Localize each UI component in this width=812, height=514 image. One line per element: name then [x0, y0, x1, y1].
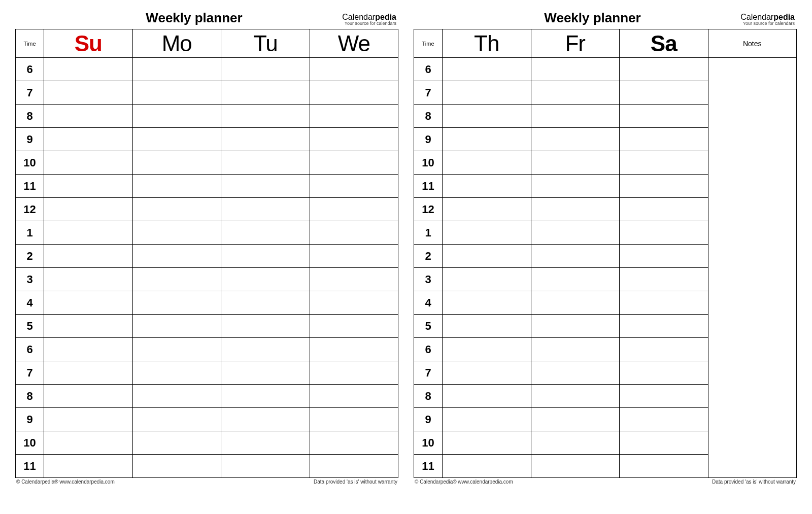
slot-cell[interactable] — [44, 315, 133, 338]
slot-cell[interactable] — [531, 268, 620, 291]
slot-cell[interactable] — [531, 291, 620, 315]
slot-cell[interactable] — [132, 385, 221, 408]
slot-cell[interactable] — [531, 81, 620, 105]
slot-cell[interactable] — [443, 81, 531, 105]
slot-cell[interactable] — [620, 315, 708, 338]
slot-cell[interactable] — [221, 338, 310, 361]
slot-cell[interactable] — [310, 198, 398, 221]
slot-cell[interactable] — [620, 268, 708, 291]
slot-cell[interactable] — [310, 385, 398, 408]
slot-cell[interactable] — [132, 408, 221, 431]
slot-cell[interactable] — [132, 291, 221, 315]
slot-cell[interactable] — [132, 105, 221, 128]
slot-cell[interactable] — [221, 81, 310, 105]
slot-cell[interactable] — [310, 315, 398, 338]
slot-cell[interactable] — [531, 385, 620, 408]
slot-cell[interactable] — [44, 431, 133, 455]
slot-cell[interactable] — [443, 175, 531, 198]
slot-cell[interactable] — [132, 58, 221, 81]
slot-cell[interactable] — [132, 338, 221, 361]
slot-cell[interactable] — [221, 221, 310, 245]
slot-cell[interactable] — [620, 291, 708, 315]
slot-cell[interactable] — [221, 175, 310, 198]
slot-cell[interactable] — [310, 455, 398, 478]
slot-cell[interactable] — [531, 245, 620, 268]
slot-cell[interactable] — [221, 361, 310, 385]
slot-cell[interactable] — [221, 268, 310, 291]
slot-cell[interactable] — [443, 361, 531, 385]
slot-cell[interactable] — [443, 431, 531, 455]
slot-cell[interactable] — [44, 175, 133, 198]
slot-cell[interactable] — [620, 408, 708, 431]
slot-cell[interactable] — [44, 455, 133, 478]
slot-cell[interactable] — [221, 315, 310, 338]
slot-cell[interactable] — [443, 198, 531, 221]
slot-cell[interactable] — [620, 431, 708, 455]
slot-cell[interactable] — [221, 408, 310, 431]
slot-cell[interactable] — [310, 431, 398, 455]
slot-cell[interactable] — [310, 408, 398, 431]
slot-cell[interactable] — [443, 268, 531, 291]
slot-cell[interactable] — [132, 81, 221, 105]
slot-cell[interactable] — [221, 291, 310, 315]
slot-cell[interactable] — [531, 408, 620, 431]
slot-cell[interactable] — [221, 431, 310, 455]
slot-cell[interactable] — [620, 128, 708, 151]
slot-cell[interactable] — [443, 58, 531, 81]
slot-cell[interactable] — [132, 151, 221, 175]
slot-cell[interactable] — [531, 105, 620, 128]
slot-cell[interactable] — [310, 361, 398, 385]
slot-cell[interactable] — [44, 221, 133, 245]
slot-cell[interactable] — [443, 291, 531, 315]
slot-cell[interactable] — [132, 455, 221, 478]
slot-cell[interactable] — [443, 338, 531, 361]
slot-cell[interactable] — [531, 361, 620, 385]
slot-cell[interactable] — [44, 105, 133, 128]
slot-cell[interactable] — [221, 198, 310, 221]
slot-cell[interactable] — [44, 408, 133, 431]
slot-cell[interactable] — [132, 175, 221, 198]
slot-cell[interactable] — [310, 338, 398, 361]
slot-cell[interactable] — [620, 245, 708, 268]
slot-cell[interactable] — [531, 455, 620, 478]
notes-cell[interactable] — [708, 58, 797, 478]
slot-cell[interactable] — [132, 268, 221, 291]
slot-cell[interactable] — [310, 245, 398, 268]
slot-cell[interactable] — [620, 105, 708, 128]
slot-cell[interactable] — [620, 455, 708, 478]
slot-cell[interactable] — [132, 245, 221, 268]
slot-cell[interactable] — [221, 58, 310, 81]
slot-cell[interactable] — [620, 221, 708, 245]
slot-cell[interactable] — [310, 221, 398, 245]
slot-cell[interactable] — [443, 221, 531, 245]
slot-cell[interactable] — [531, 175, 620, 198]
slot-cell[interactable] — [620, 361, 708, 385]
slot-cell[interactable] — [443, 151, 531, 175]
slot-cell[interactable] — [443, 385, 531, 408]
slot-cell[interactable] — [310, 151, 398, 175]
slot-cell[interactable] — [44, 151, 133, 175]
slot-cell[interactable] — [132, 315, 221, 338]
slot-cell[interactable] — [310, 81, 398, 105]
slot-cell[interactable] — [443, 315, 531, 338]
slot-cell[interactable] — [221, 455, 310, 478]
slot-cell[interactable] — [310, 268, 398, 291]
slot-cell[interactable] — [620, 385, 708, 408]
slot-cell[interactable] — [221, 105, 310, 128]
slot-cell[interactable] — [44, 81, 133, 105]
slot-cell[interactable] — [531, 198, 620, 221]
slot-cell[interactable] — [531, 338, 620, 361]
slot-cell[interactable] — [620, 338, 708, 361]
slot-cell[interactable] — [531, 431, 620, 455]
slot-cell[interactable] — [531, 221, 620, 245]
slot-cell[interactable] — [531, 58, 620, 81]
slot-cell[interactable] — [44, 291, 133, 315]
slot-cell[interactable] — [310, 58, 398, 81]
slot-cell[interactable] — [44, 245, 133, 268]
slot-cell[interactable] — [620, 175, 708, 198]
slot-cell[interactable] — [531, 315, 620, 338]
slot-cell[interactable] — [443, 455, 531, 478]
slot-cell[interactable] — [310, 105, 398, 128]
slot-cell[interactable] — [132, 431, 221, 455]
slot-cell[interactable] — [620, 198, 708, 221]
